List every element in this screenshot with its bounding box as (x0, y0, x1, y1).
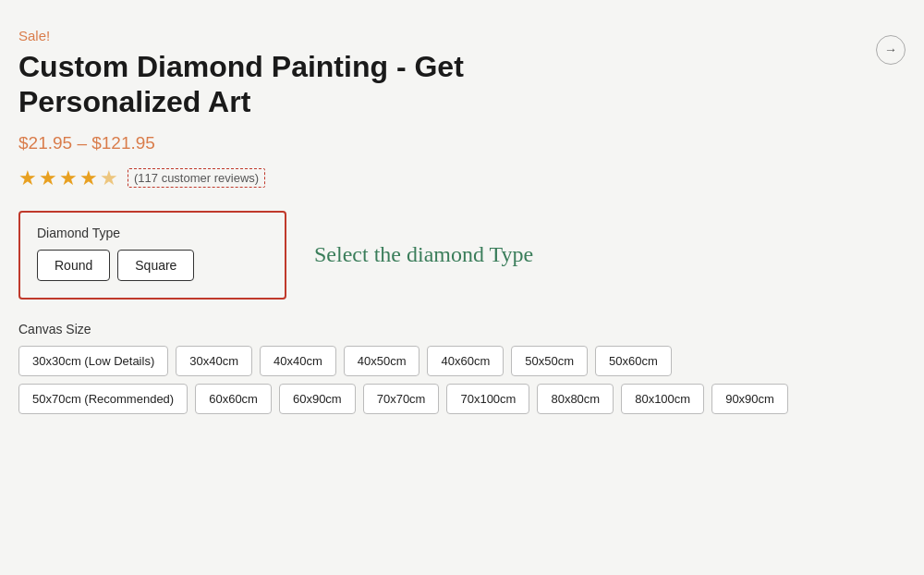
arrow-right-icon: → (884, 43, 897, 57)
canvas-size-option-button[interactable]: 40x50cm (344, 346, 420, 376)
canvas-size-option-button[interactable]: 40x60cm (427, 346, 504, 376)
canvas-size-option-button[interactable]: 30x30cm (Low Details) (18, 346, 168, 376)
canvas-size-option-button[interactable]: 60x90cm (279, 384, 356, 414)
star-4: ★ (79, 166, 98, 190)
canvas-size-option-button[interactable]: 60x60cm (195, 384, 272, 414)
diamond-type-row: Diamond Type Round Square Select the dia… (18, 211, 906, 300)
diamond-type-label: Diamond Type (37, 226, 268, 240)
star-rating: ★ ★ ★ ★ ★ (18, 166, 118, 190)
canvas-size-option-button[interactable]: 70x70cm (363, 384, 440, 414)
canvas-size-option-button[interactable]: 80x100cm (621, 384, 704, 414)
canvas-size-option-button[interactable]: 50x50cm (511, 346, 588, 376)
canvas-size-section: Canvas Size 30x30cm (Low Details)30x40cm… (18, 322, 906, 414)
canvas-size-options: 30x30cm (Low Details)30x40cm40x40cm40x50… (18, 346, 813, 414)
product-title: Custom Diamond Painting - Get Personaliz… (18, 49, 499, 120)
star-5: ★ (100, 166, 118, 190)
reviews-link[interactable]: (117 customer reviews) (128, 168, 265, 188)
nav-arrow-button[interactable]: → (876, 35, 906, 65)
star-1: ★ (18, 166, 37, 190)
diamond-type-section: Diamond Type Round Square (18, 211, 286, 300)
select-hint: Select the diamond Type (314, 242, 533, 267)
diamond-type-round-button[interactable]: Round (37, 250, 110, 281)
diamond-type-options: Round Square (37, 250, 268, 281)
reviews-row: ★ ★ ★ ★ ★ (117 customer reviews) (18, 166, 906, 190)
price-range: $21.95 – $121.95 (18, 133, 906, 153)
canvas-size-option-button[interactable]: 50x60cm (595, 346, 672, 376)
canvas-size-option-button[interactable]: 70x100cm (446, 384, 529, 414)
canvas-size-option-button[interactable]: 90x90cm (711, 384, 788, 414)
star-2: ★ (39, 166, 57, 190)
canvas-size-option-button[interactable]: 40x40cm (260, 346, 336, 376)
canvas-size-label: Canvas Size (18, 322, 906, 336)
canvas-size-option-button[interactable]: 80x80cm (537, 384, 614, 414)
page-container: → Sale! Custom Diamond Painting - Get Pe… (18, 28, 906, 414)
canvas-size-option-button[interactable]: 30x40cm (176, 346, 252, 376)
diamond-type-square-button[interactable]: Square (117, 250, 194, 281)
sale-label: Sale! (18, 28, 906, 43)
canvas-size-option-button[interactable]: 50x70cm (Recommended) (18, 384, 188, 414)
star-3: ★ (59, 166, 78, 190)
